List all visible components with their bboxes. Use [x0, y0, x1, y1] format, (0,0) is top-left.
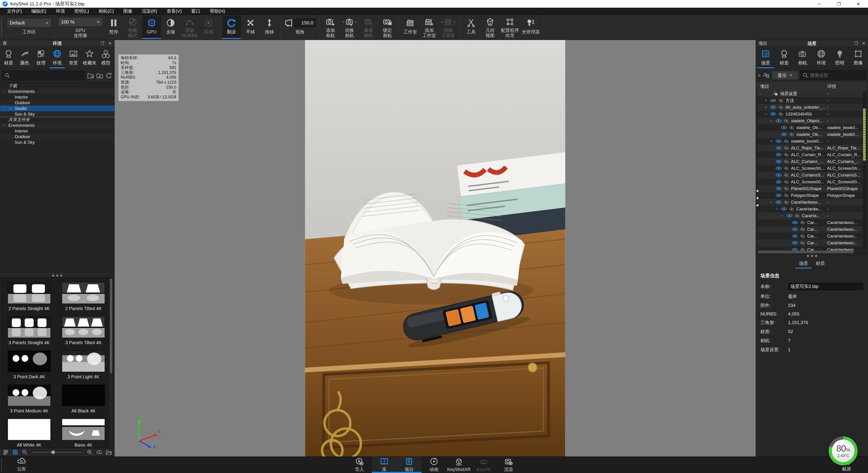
- environment-thumbnail[interactable]: 3 Panels Straight 4K: [7, 317, 51, 345]
- expander[interactable]: +: [765, 98, 770, 103]
- expander[interactable]: +: [770, 139, 776, 144]
- workspace-dropdown[interactable]: Default▼工作区: [5, 16, 53, 39]
- studio-button[interactable]: 工作室: [401, 16, 420, 39]
- scene-tree-row[interactable]: −CaraHa...-: [757, 213, 866, 219]
- display-filter-button[interactable]: 显示▼: [772, 71, 798, 80]
- thumbnail-scrollbar[interactable]: [110, 279, 113, 447]
- library-tree-item[interactable]: −Environments: [0, 123, 114, 128]
- region-button[interactable]: 区域: [199, 16, 218, 39]
- menu-item[interactable]: 编辑(E): [27, 8, 51, 15]
- undock-icon[interactable]: ❐: [101, 41, 104, 46]
- project-tab[interactable]: 场景: [756, 49, 775, 68]
- scene-tree-row[interactable]: +xiadele_book0...-: [757, 138, 866, 145]
- scene-tree-row[interactable]: ALC_CurtainsS...ALC_CurtainsS...: [757, 172, 866, 179]
- library-tree-item[interactable]: 共享文件夹: [0, 117, 114, 123]
- environment-thumbnail[interactable]: 2 Panels Straight 4K: [7, 283, 51, 311]
- project-splitter[interactable]: [756, 254, 868, 258]
- expander[interactable]: −: [781, 214, 786, 218]
- open-folder-icon[interactable]: [106, 449, 112, 455]
- close-panel-icon[interactable]: ✕: [862, 41, 865, 46]
- add-geometry-icon[interactable]: [763, 72, 770, 78]
- switch-studio-button[interactable]: ‹›切换工作室: [439, 16, 458, 39]
- library-tab[interactable]: 收藏夹: [82, 49, 98, 68]
- scene-tree-row[interactable]: PolygonShapePolygonShape: [757, 192, 866, 199]
- scene-tree-row[interactable]: xiadele_Ob...xiadele_book0...: [757, 131, 866, 138]
- prev-arrow-icon[interactable]: ‹: [441, 19, 443, 25]
- visibility-eye-icon[interactable]: [786, 214, 793, 218]
- menu-item[interactable]: 渲染(R): [137, 8, 162, 15]
- library-tab[interactable]: 材质: [0, 49, 17, 68]
- expander[interactable]: −: [770, 200, 776, 205]
- scene-tree-row[interactable]: −CaraHardwoo...-: [757, 199, 866, 206]
- visibility-eye-icon[interactable]: [792, 220, 799, 225]
- project-subtab[interactable]: 材质: [812, 259, 829, 269]
- visibility-eye-icon[interactable]: [776, 119, 782, 123]
- light-manager-button[interactable]: 光管理器: [520, 16, 541, 39]
- library-tab[interactable]: 背景: [65, 49, 82, 68]
- next-arrow-icon[interactable]: ›: [355, 19, 356, 25]
- scene-tree-row[interactable]: Car...CaraHardwoo...: [757, 219, 866, 226]
- fov-field[interactable]: 150.0视角: [283, 16, 317, 39]
- dock-item-xr[interactable]: KeyShotXR: [446, 457, 471, 473]
- tumble-button[interactable]: 翻滚: [222, 16, 241, 39]
- add-studio-button[interactable]: 添加工作室: [420, 16, 439, 39]
- project-search-input[interactable]: [800, 70, 866, 80]
- menu-item[interactable]: 窗口: [186, 8, 205, 15]
- expander[interactable]: −: [765, 112, 770, 117]
- column-detail[interactable]: 详情: [827, 84, 836, 90]
- switch-camera-button[interactable]: ‹›切换相机: [340, 16, 359, 39]
- minimize-button[interactable]: ─: [810, 0, 829, 8]
- scene-tree-row[interactable]: +00_assy_unfolder_...-: [757, 104, 866, 111]
- visibility-eye-icon[interactable]: [781, 125, 788, 130]
- scene-tree-row[interactable]: ALC_Rope_Tie...ALC_Rope_Tie...: [757, 145, 866, 151]
- library-tab[interactable]: 环境: [49, 49, 65, 68]
- library-tree-item[interactable]: 下载: [0, 83, 114, 89]
- scene-tree-row[interactable]: −CaraHardw...-: [757, 206, 866, 213]
- library-tab[interactable]: 纹理: [33, 49, 49, 68]
- environment-thumbnail[interactable]: 3 Panels Tilted 4K: [62, 317, 105, 345]
- dock-item-import[interactable]: 导入: [347, 457, 372, 473]
- visibility-eye-icon[interactable]: [776, 166, 782, 170]
- visibility-eye-icon[interactable]: [776, 153, 782, 157]
- visibility-eye-icon[interactable]: [776, 180, 782, 184]
- scene-tree-row[interactable]: −xiadele_Object...-: [757, 118, 866, 124]
- menu-item[interactable]: 图像: [119, 8, 137, 15]
- undock-icon[interactable]: ❐: [854, 41, 858, 46]
- project-tab[interactable]: 图像: [849, 49, 868, 68]
- lock-camera-button[interactable]: 锁定相机: [378, 16, 397, 39]
- scene-tree-vertical-scrollbar[interactable]: [863, 91, 866, 250]
- environment-thumbnail[interactable]: 3 Point Light 4K: [62, 351, 105, 379]
- restore-button[interactable]: ❐: [829, 0, 848, 8]
- environment-thumbnail[interactable]: 3 Point Dark 4K: [7, 351, 51, 379]
- scene-tree-row[interactable]: xiadele_Ob...xiadele_book0...: [757, 124, 866, 131]
- realtime-viewport[interactable]: 每秒采样:64.6时间:7s采样值:581三角形:1,151,376NURBS:…: [115, 40, 756, 456]
- visibility-eye-icon[interactable]: [792, 241, 799, 245]
- expander[interactable]: −: [770, 119, 776, 123]
- gpu-button[interactable]: GGPU: [142, 16, 161, 39]
- visibility-eye-icon[interactable]: [776, 193, 782, 198]
- dock-item-vr[interactable]: KeyVR: [471, 457, 496, 473]
- next-arrow-icon[interactable]: ›: [454, 19, 455, 25]
- visibility-eye-icon[interactable]: [776, 146, 782, 150]
- denoise-button[interactable]: 去噪: [161, 16, 180, 39]
- project-tab[interactable]: 相机: [794, 49, 812, 68]
- dock-item-animation[interactable]: 动画: [422, 457, 446, 473]
- scene-tree-row[interactable]: Car...CaraHardwoo...: [757, 226, 866, 233]
- zoom-out-icon[interactable]: [22, 449, 28, 455]
- reset-camera-button[interactable]: 重置相机: [359, 16, 378, 39]
- visibility-eye-icon[interactable]: [781, 207, 788, 211]
- environment-thumbnail[interactable]: All Black 4K: [62, 385, 105, 414]
- pan-button[interactable]: 平移: [241, 16, 260, 39]
- library-tree-item[interactable]: −Environments: [0, 89, 114, 94]
- grid-view-icon[interactable]: [12, 449, 18, 455]
- cloud-upload-icon[interactable]: [96, 449, 102, 455]
- dock-item-render[interactable]: 渲染: [496, 457, 521, 473]
- visibility-eye-icon[interactable]: [770, 105, 777, 109]
- close-panel-icon[interactable]: ✕: [108, 41, 112, 46]
- project-subtab[interactable]: 场景: [796, 259, 812, 269]
- expander[interactable]: −: [759, 92, 765, 96]
- library-splitter[interactable]: [0, 274, 114, 277]
- library-search-input[interactable]: [2, 71, 85, 80]
- scene-tree-row[interactable]: Car...CaraHardwoo...: [757, 233, 866, 240]
- scene-tree-row[interactable]: ALC_Curtains_...ALC_Curtains_...: [757, 158, 866, 165]
